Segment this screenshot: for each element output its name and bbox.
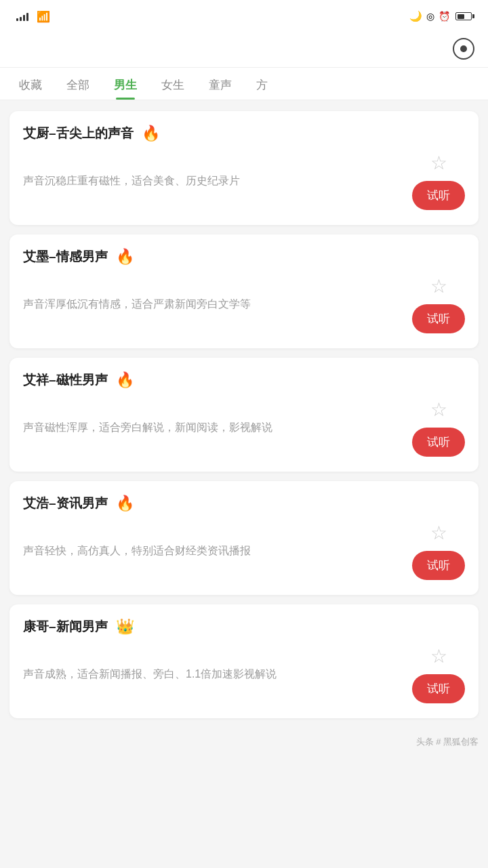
fire-icon: 🔥 — [116, 495, 134, 512]
voice-desc: 声音成熟，适合新闻播报、旁白、1.1倍加速影视解说 — [23, 665, 412, 683]
voice-card-v2: 艾墨–情感男声 🔥 声音浑厚低沉有情感，适合严肃新闻旁白文学等 ☆ 试听 — [9, 234, 479, 348]
card-actions: ☆ 试听 — [412, 645, 465, 703]
voice-desc: 声音轻快，高仿真人，特别适合财经类资讯播报 — [23, 542, 412, 560]
card-header: 艾墨–情感男声 🔥 — [23, 248, 465, 266]
favorite-icon[interactable]: ☆ — [430, 522, 447, 544]
favorite-icon[interactable]: ☆ — [430, 152, 447, 174]
voice-desc: 声音磁性浑厚，适合旁白解说，新闻阅读，影视解说 — [23, 419, 412, 436]
tab-female[interactable]: 女生 — [149, 68, 197, 100]
voice-card-v4: 艾浩–资讯男声 🔥 声音轻快，高仿真人，特别适合财经类资讯播报 ☆ 试听 — [9, 481, 479, 595]
voice-desc: 声音沉稳庄重有磁性，适合美食、历史纪录片 — [23, 172, 412, 190]
battery-fill — [458, 14, 464, 19]
favorite-icon[interactable]: ☆ — [430, 398, 447, 421]
try-button[interactable]: 试听 — [412, 304, 465, 333]
try-button[interactable]: 试听 — [412, 674, 465, 703]
moon-icon: 🌙 — [409, 10, 422, 22]
status-right: 🌙 ◎ ⏰ — [409, 10, 472, 22]
voice-card-v3: 艾祥–磁性男声 🔥 声音磁性浑厚，适合旁白解说，新闻阅读，影视解说 ☆ 试听 — [9, 358, 479, 472]
status-carrier: 📶 — [16, 10, 50, 23]
card-actions: ☆ 试听 — [412, 522, 465, 580]
watermark-text: 头条 # 黑狐创客 — [416, 736, 479, 748]
voice-title: 艾浩–资讯男声 — [23, 495, 108, 512]
voice-card-v1: 艾厨–舌尖上的声音 🔥 声音沉稳庄重有磁性，适合美食、历史纪录片 ☆ 试听 — [9, 111, 479, 225]
card-body: 声音磁性浑厚，适合旁白解说，新闻阅读，影视解说 ☆ 试听 — [23, 398, 465, 457]
battery-bar — [455, 12, 472, 20]
try-button[interactable]: 试听 — [412, 181, 465, 210]
fire-icon: 🔥 — [116, 371, 134, 389]
status-bar: 📶 🌙 ◎ ⏰ — [0, 0, 488, 30]
signal-icon — [16, 12, 28, 21]
fire-icon: 🔥 — [142, 125, 160, 142]
location-icon: ◎ — [426, 11, 434, 22]
card-actions: ☆ 试听 — [412, 398, 465, 457]
tabs-bar: 收藏全部男生女生童声方 — [0, 68, 488, 100]
voice-desc: 声音浑厚低沉有情感，适合严肃新闻旁白文学等 — [23, 295, 412, 313]
voice-list: 艾厨–舌尖上的声音 🔥 声音沉稳庄重有磁性，适合美食、历史纪录片 ☆ 试听 艾墨… — [0, 100, 488, 729]
voice-title: 艾祥–磁性男声 — [23, 371, 108, 389]
try-button[interactable]: 试听 — [412, 428, 465, 457]
fire-icon: 🔥 — [116, 248, 134, 266]
card-actions: ☆ 试听 — [412, 152, 465, 210]
card-body: 声音浑厚低沉有情感，适合严肃新闻旁白文学等 ☆ 试听 — [23, 275, 465, 333]
card-header: 艾浩–资讯男声 🔥 — [23, 495, 465, 512]
battery-indicator — [454, 12, 472, 20]
record-button[interactable] — [453, 38, 474, 60]
card-body: 声音轻快，高仿真人，特别适合财经类资讯播报 ☆ 试听 — [23, 522, 465, 580]
card-body: 声音成熟，适合新闻播报、旁白、1.1倍加速影视解说 ☆ 试听 — [23, 645, 465, 703]
card-actions: ☆ 试听 — [412, 275, 465, 333]
card-header: 康哥–新闻男声 👑 — [23, 618, 465, 636]
alarm-icon: ⏰ — [439, 11, 450, 22]
voice-title: 康哥–新闻男声 — [23, 618, 108, 636]
try-button[interactable]: 试听 — [412, 551, 465, 580]
voice-title: 艾厨–舌尖上的声音 — [23, 125, 134, 142]
record-icon — [460, 45, 467, 52]
wifi-icon: 📶 — [37, 10, 50, 23]
favorite-icon[interactable]: ☆ — [430, 645, 447, 667]
tab-fang[interactable]: 方 — [244, 68, 280, 100]
watermark: 头条 # 黑狐创客 — [0, 729, 488, 759]
card-body: 声音沉稳庄重有磁性，适合美食、历史纪录片 ☆ 试听 — [23, 152, 465, 210]
voice-card-v5: 康哥–新闻男声 👑 声音成熟，适合新闻播报、旁白、1.1倍加速影视解说 ☆ 试听 — [9, 604, 479, 718]
tab-child[interactable]: 童声 — [197, 68, 244, 100]
crown-icon: 👑 — [116, 618, 134, 636]
tab-all[interactable]: 全部 — [54, 68, 102, 100]
card-header: 艾厨–舌尖上的声音 🔥 — [23, 125, 465, 142]
favorite-icon[interactable]: ☆ — [430, 275, 447, 297]
card-header: 艾祥–磁性男声 🔥 — [23, 371, 465, 389]
voice-title: 艾墨–情感男声 — [23, 248, 108, 266]
nav-actions — [442, 38, 474, 60]
tab-male[interactable]: 男生 — [102, 68, 149, 100]
tab-collect[interactable]: 收藏 — [7, 68, 54, 100]
nav-bar — [0, 30, 488, 68]
